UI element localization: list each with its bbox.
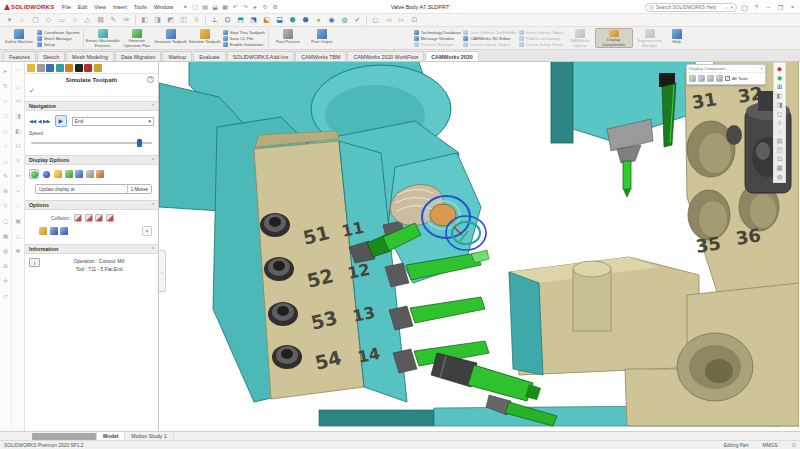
new-document-icon[interactable]: ▢ — [191, 3, 200, 10]
toolbar-icon[interactable]: ◇ — [3, 124, 8, 139]
property-manager-icon[interactable] — [37, 64, 45, 72]
toolbar-icon[interactable]: ○ — [778, 127, 782, 136]
collision-tool-option-icon[interactable] — [74, 214, 82, 222]
segmentation-manager-button[interactable]: Segmentation Manager — [633, 28, 667, 48]
toolbar-icon[interactable]: ◧ — [776, 91, 782, 100]
feature-tree-icon[interactable] — [27, 64, 35, 72]
menu-file[interactable]: File — [58, 4, 74, 10]
status-units[interactable]: MMGS — [762, 443, 777, 448]
tool-display-wireframe-button[interactable] — [42, 169, 52, 179]
coordinate-system-button[interactable]: Coordinate System — [37, 30, 80, 35]
menu-view[interactable]: View — [91, 4, 110, 10]
toolbar-icon[interactable]: ▤ — [776, 136, 782, 145]
toolbar-icon[interactable]: ▽ — [3, 199, 8, 214]
spindle-post[interactable] — [551, 62, 573, 143]
toolbar-icon[interactable]: ▤ — [94, 14, 107, 26]
display-options-section-header[interactable]: Display Options ^ — [25, 155, 158, 165]
message-window-button[interactable]: Message Window — [414, 36, 461, 41]
menu-window[interactable]: Window — [150, 4, 177, 10]
technology-database-button[interactable]: Technology Database — [414, 30, 461, 35]
toolbar-icon[interactable]: ◊ — [190, 14, 203, 26]
show-stock-icon[interactable] — [86, 170, 94, 178]
stop-simulation-button[interactable]: × — [142, 226, 152, 236]
toolbar-icon[interactable]: ⊡ — [408, 14, 421, 26]
camworks-feature-tree-icon[interactable] — [75, 64, 83, 72]
search-chevron-icon[interactable]: ▾ — [730, 4, 733, 10]
insert-library-object-button[interactable]: Insert Library Object — [519, 30, 564, 35]
process-manager-button[interactable]: Process Manager — [414, 42, 461, 47]
select-arrow-icon[interactable]: ▾ — [3, 14, 16, 26]
collision-holder-option-icon[interactable] — [85, 214, 93, 222]
toolbar-icon[interactable]: ◩ — [164, 14, 177, 26]
publish-edrawings-button[interactable]: Publish eDrawings — [519, 36, 564, 41]
login-icon[interactable]: ◯ — [740, 4, 749, 11]
tab-camworks-2020[interactable]: CAMWorks 2020 — [425, 51, 478, 61]
camworks-tool-icon[interactable]: ⬒ — [234, 14, 247, 26]
collision-fixture-option-icon[interactable] — [95, 214, 103, 222]
define-machine-button[interactable]: Define Machine — [2, 28, 36, 48]
tab-evaluate[interactable]: Evaluate — [193, 51, 226, 61]
toolbar-icon[interactable]: ✎ — [3, 169, 8, 184]
camworks-tool-icon[interactable]: ◍ — [338, 14, 351, 26]
select-icon[interactable]: ▸ — [251, 3, 260, 10]
toolbar-icon[interactable]: ◫ — [776, 145, 782, 154]
toolbar-icon[interactable]: ◧ — [138, 14, 151, 26]
help-button[interactable]: Help — [667, 28, 687, 48]
collision-stock-option-icon[interactable] — [106, 214, 114, 222]
toolbar-icon[interactable]: ◍ — [3, 244, 8, 259]
toolbar-icon[interactable]: ▭ — [15, 94, 21, 109]
information-section-header[interactable]: Information ^ — [25, 244, 158, 254]
graphics-viewport[interactable]: 51 52 53 54 11 12 13 14 — [159, 62, 800, 431]
toolbar-icon[interactable]: △ — [3, 154, 8, 169]
save-cl-file-button[interactable]: Save CL File — [223, 36, 265, 41]
toolbar-icon[interactable]: ◠ — [15, 64, 20, 79]
menu-edit[interactable]: Edit — [74, 4, 90, 10]
toolbar-icon[interactable]: ▸ — [4, 64, 7, 79]
step-back-button[interactable]: ◀ — [38, 118, 41, 124]
toolbar-icon[interactable]: ◫ — [177, 14, 190, 26]
camworks-tool-icon[interactable]: ⬢ — [286, 14, 299, 26]
post-process-button[interactable]: Post Process — [271, 28, 305, 48]
toolbar-icon[interactable]: ✏ — [15, 169, 20, 184]
toolbar-icon[interactable]: ◨ — [151, 14, 164, 26]
toolbar-icon[interactable]: ⌕ — [4, 94, 7, 109]
toolbar-icon[interactable]: ◨ — [776, 100, 782, 109]
toolbar-icon[interactable]: ⊡ — [15, 139, 20, 154]
minimize-button[interactable]: – — [764, 4, 773, 10]
toolbar-icon[interactable]: ⊞ — [777, 82, 782, 91]
tab-markup[interactable]: Markup — [162, 51, 192, 61]
show-stock-icon[interactable] — [707, 75, 714, 82]
camworks-tool-icon[interactable]: ⬣ — [299, 14, 312, 26]
help-icon[interactable]: ? — [752, 4, 761, 10]
vertical-tool[interactable] — [623, 161, 631, 189]
close-button[interactable]: × — [788, 4, 797, 10]
tab-data-migration[interactable]: Data Migration — [115, 51, 161, 61]
toolbar-icon[interactable]: ▭ — [55, 14, 68, 26]
rebuild-icon[interactable]: ↻ — [261, 3, 270, 10]
tab-solidworks-addins[interactable]: SOLIDWORKS Add-Ins — [227, 51, 294, 61]
search-icon[interactable]: ⌕ — [726, 4, 729, 11]
toolbar-icon[interactable]: ⊕ — [3, 184, 8, 199]
all-tools-checkbox[interactable]: ✓ — [725, 76, 730, 81]
toolbar-icon[interactable]: ▱ — [3, 289, 8, 304]
tab-mesh-modeling[interactable]: Mesh Modeling — [66, 51, 114, 61]
toolbar-icon[interactable]: ◅ — [382, 14, 395, 26]
turbo-mode-icon[interactable] — [50, 227, 58, 235]
toolbar-icon[interactable]: ◻ — [777, 109, 782, 118]
toolbar-icon[interactable]: ◻ — [369, 14, 382, 26]
create-setup-sheet-button[interactable]: Create Setup Sheet — [519, 42, 564, 47]
refresh-display-icon[interactable] — [96, 170, 104, 178]
floating-close-icon[interactable]: × — [760, 66, 763, 71]
undo-icon[interactable]: ↶ — [231, 3, 240, 10]
show-tools-icon[interactable] — [716, 75, 723, 82]
toolbar-icon[interactable]: △ — [81, 14, 94, 26]
dimxpert-icon[interactable] — [56, 64, 64, 72]
ok-check-icon[interactable]: ✓ — [29, 87, 35, 95]
display-manager-icon[interactable] — [65, 64, 73, 72]
toolbar-icon[interactable]: ◆ — [777, 64, 782, 73]
lower-machine-dark[interactable] — [319, 410, 434, 426]
motion-study-tab[interactable]: Motion Study 1 — [125, 432, 173, 440]
tab-sketch[interactable]: Sketch — [37, 51, 65, 61]
generate-operation-plan-button[interactable]: Generate Operation Plan — [120, 28, 154, 48]
update-display-button[interactable]: Update display at 1 Moves — [35, 184, 152, 194]
